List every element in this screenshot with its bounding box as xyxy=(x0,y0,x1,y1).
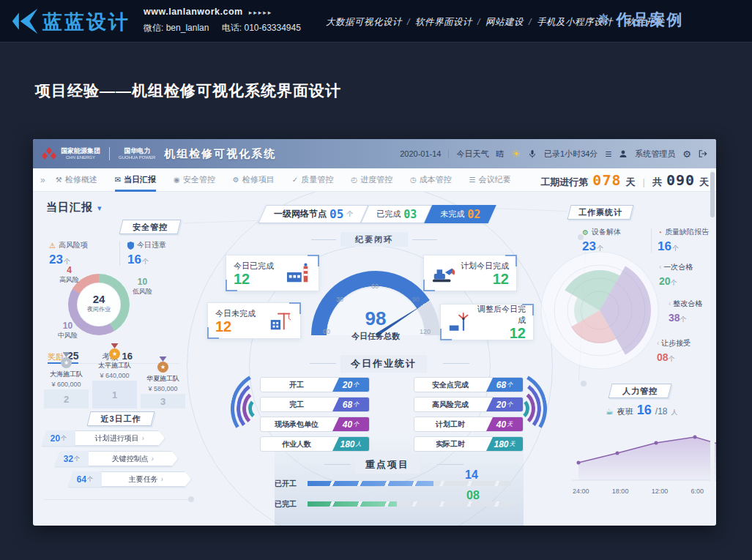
safety-control-badge[interactable]: 安全管控 xyxy=(121,220,179,234)
crane-building-icon xyxy=(268,310,293,332)
dash-line xyxy=(310,363,336,364)
pill-unit: 个 xyxy=(507,381,513,389)
collapse-icon[interactable]: » xyxy=(40,175,45,185)
q-unit: 个 xyxy=(680,316,687,323)
scrollbar-thumb[interactable] xyxy=(710,172,715,217)
exit-icon[interactable] xyxy=(699,149,707,158)
weather-value: 晴 xyxy=(496,149,504,160)
stat-label: 设备解体 xyxy=(592,227,621,237)
dashboard-header: 国家能源集团CHN ENERGY 国华电力GUOHUA POWER 机组检修可视… xyxy=(33,139,716,168)
tab-projects[interactable]: ⚙检修项目 xyxy=(233,168,275,192)
recent-item-control-points[interactable]: 32个 关键控制点› xyxy=(55,451,178,466)
shield-icon xyxy=(127,242,134,250)
team-ranking-podium: ★ 大海施工队 ¥ 600,000 2 ★ 太平施工队 ¥ 640,000 1 … xyxy=(44,346,185,408)
gear-icon: ⚙ xyxy=(582,228,589,236)
dash-line xyxy=(412,239,437,240)
pie-icon: ◔ xyxy=(658,228,662,236)
tab-minutes[interactable]: ☰会议纪要 xyxy=(469,168,511,192)
card-value: 12 xyxy=(234,272,274,286)
item-value: 20 xyxy=(51,433,60,444)
quality-polar-chart xyxy=(540,250,660,371)
card-value: 12 xyxy=(461,272,509,286)
chevron-right-icon: › xyxy=(142,434,144,442)
dash-line xyxy=(311,239,336,240)
recent-work-badge[interactable]: 近3日工作 xyxy=(89,411,153,426)
recent-item-main-tasks[interactable]: 64个 主要任务› xyxy=(68,471,191,487)
tab-safety[interactable]: ◉安全管控 xyxy=(174,168,215,192)
card-label: 计划今日完成 xyxy=(461,261,509,272)
dash-line xyxy=(443,363,469,364)
stat-unit: 个 xyxy=(142,258,149,265)
donut-label-mid-risk: 10中风险 xyxy=(58,321,78,340)
podium-base: 2 xyxy=(44,389,89,408)
manpower-badge[interactable]: 人力管控 xyxy=(610,384,670,398)
q-value: 20 xyxy=(659,275,671,287)
node-label: 一级网络节点 xyxy=(274,208,327,220)
item-unit: 个 xyxy=(87,475,93,483)
card-value: 12 xyxy=(215,319,256,334)
list-icon[interactable]: ☰ xyxy=(605,150,611,158)
pill-label: 安全点完成 xyxy=(414,380,486,390)
team-name: 华夏施工队 xyxy=(146,374,179,384)
item-label: 关键控制点 xyxy=(112,454,149,464)
kp-finished-bar xyxy=(308,501,511,507)
x-label: 18:00 xyxy=(612,488,629,495)
divider xyxy=(651,228,652,253)
donut-center: 24 夜间作业 xyxy=(68,293,130,313)
network-node-banner: 一级网络节点 05 个 已完成 03 未完成 02 xyxy=(262,205,492,223)
pill-unit: 个 xyxy=(507,400,513,408)
x-label: 12:00 xyxy=(652,488,669,495)
chevron-left-icon: ‹ xyxy=(657,339,659,347)
username[interactable]: 系统管理员 xyxy=(635,149,675,160)
kp-started-value: 14 xyxy=(465,468,478,482)
night-shift-icon: ☕ xyxy=(606,406,614,417)
tab-overview[interactable]: ⚒检修概述 xyxy=(56,168,97,192)
mic-icon[interactable] xyxy=(528,149,537,158)
divider xyxy=(119,242,120,266)
period-total-days: 090 xyxy=(666,171,695,189)
stat-unit: 个 xyxy=(64,258,70,265)
divider xyxy=(448,149,449,158)
quality-first-pass: ‹一次合格 20个 xyxy=(659,262,693,288)
pill-unit: 个 xyxy=(353,381,359,389)
pill-label: 计划工时 xyxy=(414,419,486,430)
dashboard-tabbar: » ⚒检修概述 ✉当日汇报 ◉安全管控 ⚙检修项目 ✓质量管控 ◴进度管控 ◷成… xyxy=(33,168,716,192)
chevron-right-icon: › xyxy=(152,455,154,463)
tab-quality[interactable]: ✓质量管控 xyxy=(292,168,333,192)
record-duration: 已录1小时34分 xyxy=(544,149,597,160)
caret-down-icon: ▾ xyxy=(97,204,103,212)
recent-item-planned[interactable]: 20个 计划进行项目› xyxy=(42,430,165,446)
scrollbar-track[interactable] xyxy=(710,170,715,523)
node-value: 05 xyxy=(330,207,343,221)
podium-base: 3 xyxy=(141,394,185,408)
tab-progress[interactable]: ◴进度管控 xyxy=(351,168,392,192)
card-label: 调整后今日完成 xyxy=(472,304,526,326)
kp-finished-label: 已完工 xyxy=(275,499,297,509)
work-stats-title: 今日作业统计 xyxy=(340,355,427,373)
org1-name-en: CHN ENERGY xyxy=(61,155,100,160)
pill-value: 180 xyxy=(340,439,354,449)
tab-cost[interactable]: ◷成本管控 xyxy=(410,168,452,192)
portfolio-nav[interactable]: ✵ 作品案例 xyxy=(597,10,683,30)
tab-daily-report[interactable]: ✉当日汇报 xyxy=(115,168,156,192)
chevron-left-icon: ‹ xyxy=(669,299,671,307)
team-name: 大海施工队 xyxy=(50,370,83,379)
check-icon: ✓ xyxy=(292,176,298,184)
quality-rectified: ‹整改合格 38个 xyxy=(669,299,702,324)
service-item: 大数据可视化设计 xyxy=(326,17,402,27)
clock-icon: ◷ xyxy=(410,176,417,184)
period-current-days: 078 xyxy=(592,171,621,189)
daily-report-dropdown[interactable]: 当日汇报▾ xyxy=(46,201,103,214)
pill-workers: 作业人数180人 xyxy=(260,436,370,452)
manpower-line-chart xyxy=(573,419,716,483)
podium-col-silver: ★ 大海施工队 ¥ 600,000 2 xyxy=(44,351,89,408)
work-ticket-badge[interactable]: 工作票统计 xyxy=(569,205,632,220)
bronze-medal-icon: ★ xyxy=(157,362,168,373)
factory-icon xyxy=(286,262,311,284)
period-total-label: 共 xyxy=(652,176,662,189)
website-link[interactable]: www.lanlanwork.com xyxy=(144,7,243,17)
chevron-right-icon: › xyxy=(161,475,163,483)
card-label: 今日未完成 xyxy=(215,308,256,319)
team-amount: ¥ 600,000 xyxy=(51,381,81,388)
gear-icon[interactable]: ⚙ xyxy=(682,149,691,160)
